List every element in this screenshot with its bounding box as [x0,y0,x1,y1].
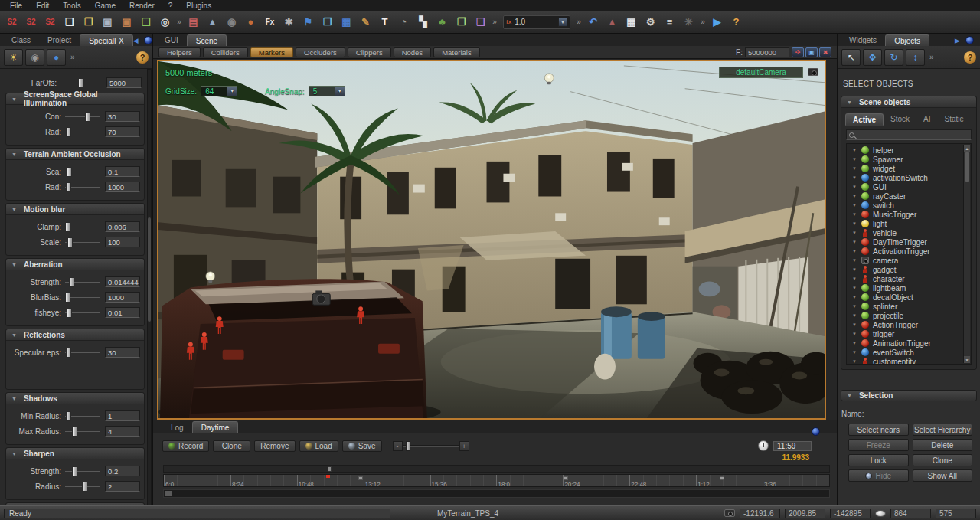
camera-icon[interactable] [808,68,818,76]
app-logo-3-icon[interactable]: S2 [41,13,60,31]
section-header-screenspace-global-illumination[interactable]: ▼ScreenSpace Global Illumination [6,93,144,105]
expander-triangle-icon[interactable]: ▼ [852,313,858,318]
tree-item-spawner[interactable]: ▼Spawner [847,155,971,164]
marker-tab-occluders[interactable]: Occluders [296,47,345,57]
terrain-icon[interactable]: ▲ [204,13,222,31]
tab-daytime[interactable]: Daytime [192,421,239,433]
camera-selector[interactable]: defaultCamera [719,67,803,78]
slider-handle[interactable] [66,411,71,421]
param-slider[interactable] [60,78,102,88]
marker-tab-colliders[interactable]: Colliders [203,47,248,57]
menu-edit[interactable]: Edit [29,2,56,10]
timeline-zoom-slider[interactable]: - + [393,441,469,451]
environment-icon[interactable]: ☀ [4,49,23,66]
export-icon[interactable]: ❏ [137,13,155,31]
menu-tools[interactable]: Tools [56,2,87,10]
param-slider[interactable] [65,127,100,137]
param-value-field[interactable]: 1000 [105,182,140,192]
section-header-sharpen[interactable]: ▼Sharpen [6,448,144,459]
slider-handle[interactable] [72,466,77,476]
scale-tool-icon[interactable]: ↕ [906,49,925,66]
filter-tab-active[interactable]: Active [845,113,884,126]
section-header-lift-gain-gamma[interactable]: ▼Lift/Gain/Gamma [6,503,144,505]
checker-icon[interactable]: ▚ [414,13,433,31]
menu-render[interactable]: Render [122,2,162,10]
tree-item-actiontrigger[interactable]: ▼ActionTrigger [847,320,971,329]
record-button[interactable]: Record [162,440,209,452]
filter-tab-stock[interactable]: Stock [884,113,916,126]
param-value-field[interactable]: 5000 [106,77,142,88]
lock-button[interactable]: Lock [848,454,909,466]
tree-item-raycaster[interactable]: ▼rayCaster [847,191,971,201]
marker-tab-clippers[interactable]: Clippers [348,47,391,57]
move-tool-icon[interactable]: ✥ [863,49,882,66]
chevron-down-icon[interactable]: ▼ [558,18,567,27]
slider-handle[interactable] [72,427,77,437]
clone-button[interactable]: Clone [213,440,250,452]
param-slider[interactable] [65,222,100,232]
expander-triangle-icon[interactable]: ▼ [852,194,858,198]
section-header-reflections[interactable]: ▼Reflections [6,329,144,341]
scrollbar-thumb[interactable] [165,491,172,496]
overflow-chevron-3-icon[interactable]: » [575,13,583,31]
section-header-motion-blur[interactable]: ▼Motion blur [6,204,144,215]
scroll-down-icon[interactable]: ▼ [964,356,970,363]
tree-item-gui[interactable]: ▼GUI [847,182,971,191]
remove-button[interactable]: Remove [254,440,295,452]
tree-item-helper[interactable]: ▼helper [847,146,971,155]
tab-log[interactable]: Log [162,422,192,433]
planet-icon[interactable]: ● [242,13,260,31]
chevron-down-icon[interactable]: ▼ [227,87,237,96]
zoom-dropdown[interactable]: fx 1.0 ▼ [503,15,570,29]
expander-triangle-icon[interactable]: ▼ [852,258,858,263]
keyframe-marker[interactable] [720,476,724,480]
tree-item-animationtrigger[interactable]: ▼AnimationTrigger [847,338,971,348]
tree-item-character[interactable]: ▼character [847,274,971,283]
tree-item-gadget[interactable]: ▼gadget [847,265,971,274]
grid-icon[interactable]: ▦ [622,13,641,31]
expander-triangle-icon[interactable]: ▼ [852,231,858,235]
show-all-button[interactable]: Show All [913,469,973,482]
param-value-field[interactable]: 70 [105,126,140,137]
delete-button[interactable]: Delete [913,439,973,451]
load-button[interactable]: Load [299,440,338,452]
chevron-down-icon[interactable]: ▼ [335,87,345,96]
param-slider[interactable] [65,308,100,318]
tree-item-daytimetrigger[interactable]: ▼DayTimeTrigger [847,237,971,247]
slider-handle[interactable] [67,237,73,247]
param-slider[interactable] [65,482,100,492]
select-hierarchy-button[interactable]: Select Hierarchy [913,424,973,436]
param-value-field[interactable]: 0.1 [105,166,140,177]
param-slider[interactable] [65,182,100,192]
collapse-triangle-icon[interactable]: ▼ [11,152,17,157]
param-slider[interactable] [65,293,100,303]
marker-tab-nodes[interactable]: Nodes [394,47,431,57]
help-icon[interactable]: ? [964,51,976,64]
param-value-field[interactable]: 4 [105,426,140,437]
tree-item-activationswitch[interactable]: ▼activationSwitch [847,173,971,182]
expander-triangle-icon[interactable]: ▼ [852,157,858,162]
collapse-triangle-icon[interactable]: ▼ [11,262,17,267]
zoom-in-button[interactable]: + [459,441,469,451]
tab-specialfx[interactable]: SpecialFX [80,34,133,46]
archive-icon[interactable]: ▤ [185,13,203,31]
expander-triangle-icon[interactable]: ▼ [852,249,858,253]
clone-button[interactable]: Clone [913,454,973,466]
film-reel-icon[interactable]: ✱ [280,13,299,31]
expander-triangle-icon[interactable]: ▼ [852,267,858,272]
tab-project[interactable]: Project [39,34,80,46]
tree-item-musictrigger[interactable]: ▼MusicTrigger [847,210,971,219]
app-logo-1-icon[interactable]: S2 [3,13,21,31]
hide-button[interactable]: Hide [848,469,909,482]
expander-triangle-icon[interactable]: ▼ [852,304,858,309]
wheel-icon[interactable]: ◉ [223,13,241,31]
render-mode-icon[interactable]: ✣ [792,47,804,57]
filter-tab-ai[interactable]: AI [916,113,937,126]
slider-handle[interactable] [67,167,72,177]
tab-objects[interactable]: Objects [885,34,929,46]
tree-item-projectile[interactable]: ▼projectile [847,311,971,320]
slider-handle[interactable] [82,482,87,492]
expander-triangle-icon[interactable]: ▼ [852,276,858,281]
properties-scrollbar[interactable] [147,69,152,505]
tree-item-widget[interactable]: ▼widget [847,164,971,173]
